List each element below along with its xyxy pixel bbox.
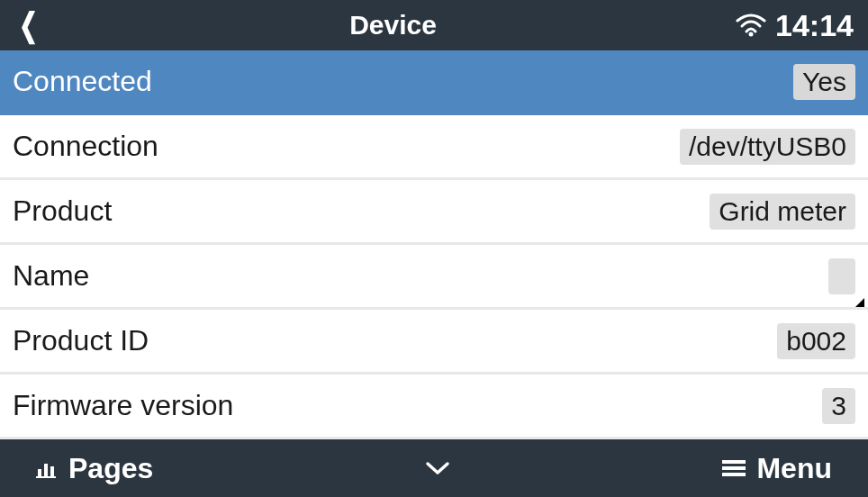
row-connection[interactable]: Connection /dev/ttyUSB0: [0, 115, 868, 180]
row-label: Connected: [13, 65, 152, 98]
expand-button[interactable]: [424, 460, 451, 476]
svg-rect-3: [50, 466, 54, 476]
row-firmware-version[interactable]: Firmware version 3: [0, 375, 868, 439]
row-product[interactable]: Product Grid meter: [0, 180, 868, 245]
row-value[interactable]: [828, 258, 855, 294]
header-right: 14:14: [736, 8, 854, 43]
bar-chart-icon: [36, 458, 58, 478]
page-title: Device: [50, 10, 736, 41]
svg-rect-1: [38, 469, 41, 476]
svg-point-0: [749, 32, 754, 37]
svg-rect-5: [722, 460, 746, 464]
wifi-icon: [736, 14, 766, 37]
row-value: Grid meter: [710, 194, 855, 230]
svg-rect-7: [722, 473, 746, 476]
hamburger-icon: [722, 459, 746, 477]
back-button[interactable]: ❮: [19, 9, 38, 41]
svg-rect-6: [722, 466, 746, 470]
header-bar: ❮ Device 14:14: [0, 0, 868, 50]
dropdown-indicator-icon: [855, 298, 864, 307]
pages-label: Pages: [68, 452, 153, 485]
name-value-wrap: [828, 258, 855, 294]
row-label: Product: [13, 194, 112, 228]
content-list: Connected Yes Connection /dev/ttyUSB0 Pr…: [0, 50, 868, 439]
row-product-id[interactable]: Product ID b002: [0, 310, 868, 375]
footer-bar: Pages Menu: [0, 439, 868, 497]
menu-label: Menu: [756, 452, 832, 485]
svg-rect-2: [44, 464, 48, 476]
pages-button[interactable]: Pages: [36, 452, 153, 485]
chevron-down-icon: [424, 460, 451, 476]
row-label: Connection: [13, 130, 158, 163]
row-label: Product ID: [13, 324, 149, 357]
row-value: Yes: [793, 64, 855, 100]
menu-button[interactable]: Menu: [722, 452, 832, 485]
row-name[interactable]: Name: [0, 245, 868, 310]
row-value: b002: [777, 323, 855, 359]
row-label: Firmware version: [13, 389, 233, 422]
row-value: /dev/ttyUSB0: [680, 129, 855, 165]
clock-time: 14:14: [775, 8, 854, 43]
row-connected[interactable]: Connected Yes: [0, 50, 868, 115]
row-value: 3: [822, 388, 855, 424]
svg-rect-4: [36, 476, 56, 478]
row-label: Name: [13, 259, 89, 293]
header-left: ❮: [14, 9, 50, 41]
